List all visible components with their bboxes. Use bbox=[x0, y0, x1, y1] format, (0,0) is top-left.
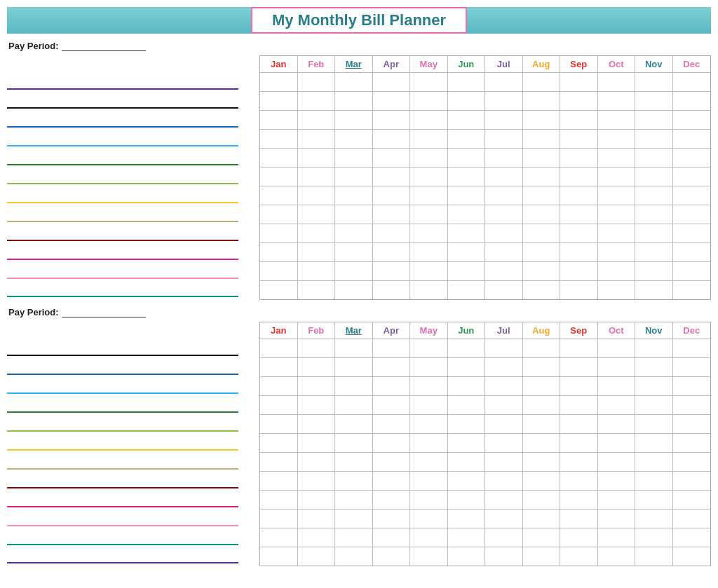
data-cell[interactable] bbox=[673, 547, 711, 566]
data-cell[interactable] bbox=[523, 243, 561, 261]
data-cell[interactable] bbox=[335, 491, 373, 509]
data-cell[interactable] bbox=[485, 205, 523, 224]
data-cell[interactable] bbox=[635, 491, 673, 509]
data-cell[interactable] bbox=[598, 547, 636, 566]
data-cell[interactable] bbox=[373, 186, 411, 205]
data-cell[interactable] bbox=[523, 491, 561, 509]
data-cell[interactable] bbox=[448, 547, 486, 566]
data-cell[interactable] bbox=[673, 281, 711, 299]
data-cell[interactable] bbox=[635, 434, 673, 452]
data-cell[interactable] bbox=[560, 73, 598, 91]
data-cell[interactable] bbox=[485, 415, 523, 433]
data-cell[interactable] bbox=[335, 339, 373, 357]
data-cell[interactable] bbox=[260, 149, 298, 167]
data-cell[interactable] bbox=[635, 281, 673, 299]
data-cell[interactable] bbox=[448, 92, 486, 110]
bill-line[interactable] bbox=[7, 93, 255, 111]
bill-line[interactable] bbox=[7, 378, 255, 396]
data-cell[interactable] bbox=[448, 453, 486, 471]
bill-line[interactable] bbox=[7, 206, 255, 224]
data-cell[interactable] bbox=[298, 547, 336, 566]
data-cell[interactable] bbox=[298, 243, 336, 261]
data-cell[interactable] bbox=[410, 281, 448, 299]
data-cell[interactable] bbox=[260, 528, 298, 547]
data-cell[interactable] bbox=[598, 377, 636, 395]
data-cell[interactable] bbox=[335, 186, 373, 205]
data-cell[interactable] bbox=[523, 377, 561, 395]
data-cell[interactable] bbox=[260, 547, 298, 566]
data-cell[interactable] bbox=[410, 167, 448, 186]
data-cell[interactable] bbox=[298, 528, 336, 547]
data-cell[interactable] bbox=[523, 434, 561, 452]
data-cell[interactable] bbox=[673, 396, 711, 414]
data-cell[interactable] bbox=[673, 205, 711, 224]
data-cell[interactable] bbox=[560, 224, 598, 242]
data-cell[interactable] bbox=[485, 396, 523, 414]
data-cell[interactable] bbox=[598, 243, 636, 261]
data-cell[interactable] bbox=[523, 510, 561, 528]
bill-line[interactable] bbox=[7, 111, 255, 130]
data-cell[interactable] bbox=[635, 205, 673, 224]
data-cell[interactable] bbox=[260, 186, 298, 205]
data-cell[interactable] bbox=[260, 491, 298, 509]
data-cell[interactable] bbox=[560, 243, 598, 261]
data-cell[interactable] bbox=[335, 243, 373, 261]
data-cell[interactable] bbox=[598, 453, 636, 471]
data-cell[interactable] bbox=[485, 453, 523, 471]
data-cell[interactable] bbox=[373, 528, 411, 547]
data-cell[interactable] bbox=[260, 92, 298, 110]
data-cell[interactable] bbox=[673, 377, 711, 395]
data-cell[interactable] bbox=[410, 149, 448, 167]
data-cell[interactable] bbox=[635, 510, 673, 528]
data-cell[interactable] bbox=[523, 528, 561, 547]
data-cell[interactable] bbox=[673, 339, 711, 357]
data-cell[interactable] bbox=[560, 396, 598, 414]
data-cell[interactable] bbox=[410, 73, 448, 91]
data-cell[interactable] bbox=[523, 453, 561, 471]
data-cell[interactable] bbox=[260, 243, 298, 261]
data-cell[interactable] bbox=[335, 111, 373, 129]
data-cell[interactable] bbox=[523, 186, 561, 205]
bill-line[interactable] bbox=[7, 187, 255, 205]
data-cell[interactable] bbox=[298, 73, 336, 91]
data-cell[interactable] bbox=[373, 130, 411, 148]
bill-line[interactable] bbox=[7, 168, 255, 186]
data-cell[interactable] bbox=[260, 111, 298, 129]
data-cell[interactable] bbox=[485, 186, 523, 205]
data-cell[interactable] bbox=[485, 243, 523, 261]
data-cell[interactable] bbox=[673, 73, 711, 91]
data-cell[interactable] bbox=[560, 377, 598, 395]
bill-line[interactable] bbox=[7, 491, 255, 510]
data-cell[interactable] bbox=[635, 358, 673, 376]
data-cell[interactable] bbox=[485, 434, 523, 452]
data-cell[interactable] bbox=[335, 224, 373, 242]
data-cell[interactable] bbox=[598, 396, 636, 414]
data-cell[interactable] bbox=[410, 415, 448, 433]
data-cell[interactable] bbox=[448, 396, 486, 414]
data-cell[interactable] bbox=[598, 149, 636, 167]
data-cell[interactable] bbox=[373, 92, 411, 110]
data-cell[interactable] bbox=[598, 491, 636, 509]
data-cell[interactable] bbox=[523, 205, 561, 224]
bill-line[interactable] bbox=[7, 149, 255, 167]
data-cell[interactable] bbox=[335, 453, 373, 471]
data-cell[interactable] bbox=[448, 472, 486, 490]
data-cell[interactable] bbox=[523, 472, 561, 490]
data-cell[interactable] bbox=[335, 415, 373, 433]
data-cell[interactable] bbox=[260, 358, 298, 376]
data-cell[interactable] bbox=[560, 472, 598, 490]
data-cell[interactable] bbox=[673, 243, 711, 261]
data-cell[interactable] bbox=[298, 281, 336, 299]
data-cell[interactable] bbox=[523, 92, 561, 110]
data-cell[interactable] bbox=[410, 224, 448, 242]
data-cell[interactable] bbox=[560, 510, 598, 528]
data-cell[interactable] bbox=[673, 491, 711, 509]
data-cell[interactable] bbox=[410, 205, 448, 224]
data-cell[interactable] bbox=[523, 167, 561, 186]
data-cell[interactable] bbox=[410, 186, 448, 205]
data-cell[interactable] bbox=[335, 262, 373, 280]
data-cell[interactable] bbox=[335, 528, 373, 547]
data-cell[interactable] bbox=[410, 262, 448, 280]
data-cell[interactable] bbox=[335, 92, 373, 110]
data-cell[interactable] bbox=[373, 111, 411, 129]
